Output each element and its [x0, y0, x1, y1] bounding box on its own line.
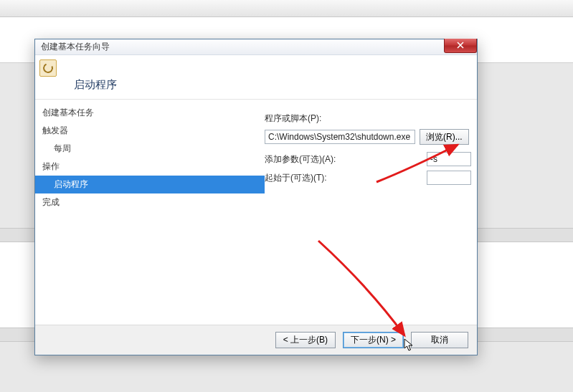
back-button[interactable]: < 上一步(B) — [275, 332, 336, 348]
cancel-button[interactable]: 取消 — [411, 332, 468, 348]
sidebar-item-label: 触发器 — [42, 125, 68, 135]
sidebar-item-label: 启动程序 — [54, 179, 88, 189]
browse-label: 浏览(R)... — [426, 132, 463, 142]
wizard-dialog: 创建基本任务向导 启动程序 创建基本任务 触发器 每周 操作 启动程序 完成 程… — [34, 39, 478, 355]
close-button[interactable] — [444, 39, 477, 53]
script-label: 程序或脚本(P): — [265, 113, 321, 125]
sidebar-item-create-task[interactable]: 创建基本任务 — [35, 104, 265, 122]
args-label: 添加参数(可选)(A): — [265, 153, 422, 166]
next-label: 下一步(N) > — [351, 335, 396, 345]
titlebar[interactable]: 创建基本任务向导 — [35, 39, 477, 55]
dialog-body: 启动程序 创建基本任务 触发器 每周 操作 启动程序 完成 程序或脚本(P): … — [35, 55, 477, 355]
startin-label: 起始于(可选)(T): — [265, 172, 422, 184]
startin-input[interactable] — [427, 171, 471, 185]
back-label: < 上一步(B) — [283, 335, 328, 345]
close-icon — [457, 41, 464, 51]
bg-header — [0, 0, 573, 17]
script-input[interactable] — [265, 130, 415, 144]
header-area: 启动程序 — [35, 55, 477, 100]
sidebar-item-finish[interactable]: 完成 — [35, 193, 265, 211]
form-area: 程序或脚本(P): 浏览(R)... 添加参数(可选)(A): 起始于(可选)(… — [265, 100, 471, 325]
sidebar-item-weekly[interactable]: 每周 — [35, 140, 265, 158]
sidebar-item-label: 完成 — [42, 197, 60, 207]
cancel-label: 取消 — [431, 335, 448, 345]
sidebar-item-label: 操作 — [42, 161, 60, 171]
dialog-footer: < 上一步(B) 下一步(N) > 取消 — [35, 325, 477, 355]
wizard-icon — [39, 59, 57, 77]
browse-button[interactable]: 浏览(R)... — [420, 129, 469, 145]
page-title: 启动程序 — [74, 78, 117, 92]
sidebar-item-action[interactable]: 操作 — [35, 158, 265, 176]
sidebar-item-trigger[interactable]: 触发器 — [35, 122, 265, 140]
dialog-title: 创建基本任务向导 — [41, 41, 110, 53]
wizard-sidebar: 创建基本任务 触发器 每周 操作 启动程序 完成 — [35, 100, 265, 325]
sidebar-item-start-program[interactable]: 启动程序 — [35, 176, 265, 193]
next-button[interactable]: 下一步(N) > — [343, 332, 404, 348]
args-input[interactable] — [427, 152, 471, 166]
sidebar-item-label: 每周 — [54, 143, 71, 153]
sidebar-item-label: 创建基本任务 — [42, 107, 94, 118]
